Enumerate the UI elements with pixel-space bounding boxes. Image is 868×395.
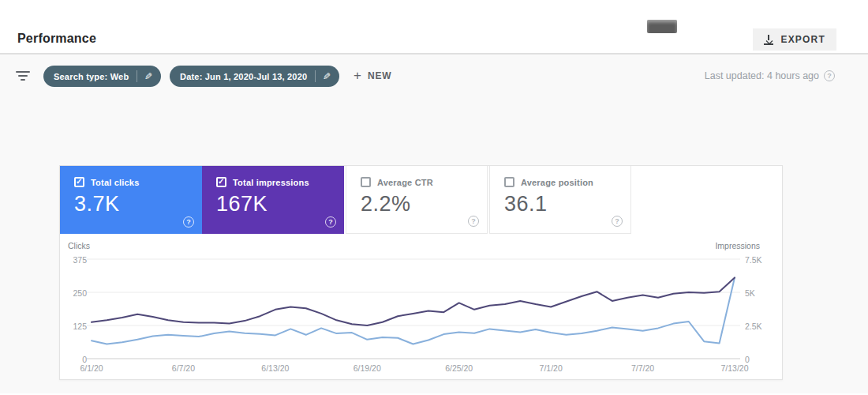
filter-bar: Search type: Web ✎ Date: Jun 1, 2020-Jul…: [0, 66, 868, 89]
filter-icon[interactable]: [16, 71, 30, 81]
date-range-chip[interactable]: Date: Jun 1, 2020-Jul 13, 2020 ✎: [170, 66, 339, 87]
right-axis-title: Impressions: [715, 241, 760, 250]
blurred-badge: [647, 20, 677, 33]
performance-line-chart[interactable]: Clicks Impressions 3752501250 7.5K5K2.5K…: [60, 166, 782, 379]
x-axis-tick: 6/25/20: [445, 363, 473, 373]
chip-divider: [315, 70, 316, 82]
search-type-chip-label: Search type: Web: [54, 72, 129, 81]
new-filter-button[interactable]: + NEW: [354, 68, 391, 84]
x-axis-tick: 6/7/20: [172, 363, 195, 373]
export-button[interactable]: EXPORT: [753, 28, 836, 51]
edit-pencil-icon[interactable]: ✎: [144, 72, 152, 81]
date-range-chip-label: Date: Jun 1, 2020-Jul 13, 2020: [180, 72, 307, 81]
left-tick: 125: [60, 322, 87, 331]
page-title: Performance: [17, 32, 96, 46]
x-axis-tick: 7/7/20: [631, 363, 654, 373]
x-axis-tick: 7/1/20: [540, 363, 563, 373]
right-tick: 7.5K: [745, 255, 762, 265]
edit-pencil-icon[interactable]: ✎: [323, 72, 331, 81]
page-body: Search type: Web ✎ Date: Jun 1, 2020-Jul…: [0, 55, 868, 393]
left-tick: 375: [60, 255, 87, 265]
page-header: Performance EXPORT: [0, 0, 868, 55]
right-tick: 5K: [745, 288, 755, 298]
export-label: EXPORT: [780, 34, 825, 45]
plus-icon: +: [354, 68, 361, 84]
performance-panel: Total clicks 3.7K ? Total impressions 16…: [59, 165, 783, 380]
left-axis-title: Clicks: [68, 241, 90, 250]
search-type-chip[interactable]: Search type: Web ✎: [43, 66, 161, 87]
last-updated: Last updated: 4 hours ago ?: [705, 70, 835, 81]
chip-divider: [137, 70, 137, 82]
chart-canvas[interactable]: [60, 166, 784, 381]
right-tick: 2.5K: [745, 322, 762, 331]
help-icon[interactable]: ?: [824, 70, 835, 81]
x-axis-tick: 6/19/20: [354, 363, 381, 373]
left-tick: 250: [60, 288, 87, 298]
x-axis-tick: 6/1/20: [80, 363, 103, 373]
new-filter-label: NEW: [368, 70, 391, 81]
download-icon: [764, 35, 773, 45]
x-axis-tick: 6/13/20: [261, 363, 289, 373]
last-updated-text: Last updated: 4 hours ago: [705, 70, 819, 81]
x-axis-tick: 7/13/20: [720, 363, 748, 373]
